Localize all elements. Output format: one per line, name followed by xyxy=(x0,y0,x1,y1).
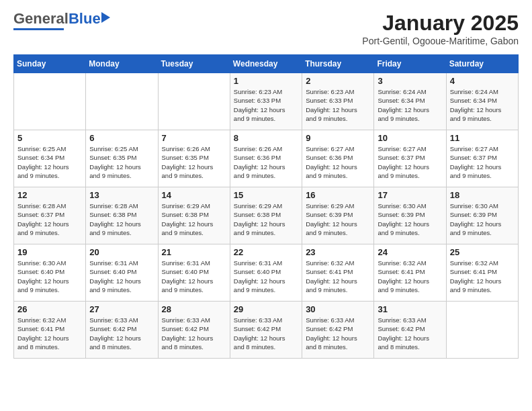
day-number: 15 xyxy=(234,190,298,200)
calendar-table: SundayMondayTuesdayWednesdayThursdayFrid… xyxy=(13,54,519,359)
day-cell: 19Sunrise: 6:30 AMSunset: 6:40 PMDayligh… xyxy=(14,244,86,302)
day-info: Sunrise: 6:25 AMSunset: 6:34 PMDaylight:… xyxy=(17,144,82,180)
day-cell: 30Sunrise: 6:33 AMSunset: 6:42 PMDayligh… xyxy=(302,302,374,359)
day-info: Sunrise: 6:31 AMSunset: 6:40 PMDaylight:… xyxy=(89,259,154,294)
day-cell: 18Sunrise: 6:30 AMSunset: 6:39 PMDayligh… xyxy=(446,187,518,244)
days-header-row: SundayMondayTuesdayWednesdayThursdayFrid… xyxy=(14,55,519,73)
day-info: Sunrise: 6:32 AMSunset: 6:41 PMDaylight:… xyxy=(306,259,370,294)
day-info: Sunrise: 6:26 AMSunset: 6:35 PMDaylight:… xyxy=(162,144,226,180)
day-cell: 14Sunrise: 6:29 AMSunset: 6:38 PMDayligh… xyxy=(158,187,230,244)
day-info: Sunrise: 6:32 AMSunset: 6:41 PMDaylight:… xyxy=(450,259,515,294)
day-number: 18 xyxy=(450,190,515,200)
day-info: Sunrise: 6:27 AMSunset: 6:37 PMDaylight:… xyxy=(378,144,442,180)
day-cell: 21Sunrise: 6:31 AMSunset: 6:40 PMDayligh… xyxy=(158,244,230,302)
week-row-5: 26Sunrise: 6:32 AMSunset: 6:41 PMDayligh… xyxy=(14,302,519,359)
week-row-3: 12Sunrise: 6:28 AMSunset: 6:37 PMDayligh… xyxy=(14,187,519,244)
day-number: 6 xyxy=(89,133,154,143)
day-cell: 3Sunrise: 6:24 AMSunset: 6:34 PMDaylight… xyxy=(374,73,446,130)
day-header-tuesday: Tuesday xyxy=(158,55,230,73)
day-number: 5 xyxy=(17,133,82,143)
day-cell: 15Sunrise: 6:29 AMSunset: 6:38 PMDayligh… xyxy=(230,187,302,244)
day-info: Sunrise: 6:33 AMSunset: 6:42 PMDaylight:… xyxy=(378,316,442,351)
day-info: Sunrise: 6:30 AMSunset: 6:39 PMDaylight:… xyxy=(450,201,515,237)
day-info: Sunrise: 6:30 AMSunset: 6:39 PMDaylight:… xyxy=(378,201,442,237)
day-info: Sunrise: 6:33 AMSunset: 6:42 PMDaylight:… xyxy=(306,316,370,351)
day-number: 24 xyxy=(378,247,442,257)
day-info: Sunrise: 6:26 AMSunset: 6:36 PMDaylight:… xyxy=(234,144,298,180)
week-row-2: 5Sunrise: 6:25 AMSunset: 6:34 PMDaylight… xyxy=(14,130,519,187)
day-number: 25 xyxy=(450,247,515,257)
day-cell xyxy=(158,73,230,130)
day-info: Sunrise: 6:23 AMSunset: 6:33 PMDaylight:… xyxy=(234,87,298,123)
day-info: Sunrise: 6:29 AMSunset: 6:38 PMDaylight:… xyxy=(162,201,226,237)
day-cell xyxy=(14,73,86,130)
day-info: Sunrise: 6:33 AMSunset: 6:42 PMDaylight:… xyxy=(234,316,298,351)
day-number: 29 xyxy=(234,304,298,314)
day-number: 11 xyxy=(450,133,515,143)
day-number: 21 xyxy=(162,247,226,257)
day-cell xyxy=(446,302,518,359)
day-cell: 25Sunrise: 6:32 AMSunset: 6:41 PMDayligh… xyxy=(446,244,518,302)
day-info: Sunrise: 6:27 AMSunset: 6:37 PMDaylight:… xyxy=(450,144,515,180)
day-cell: 24Sunrise: 6:32 AMSunset: 6:41 PMDayligh… xyxy=(374,244,446,302)
day-number: 16 xyxy=(306,190,370,200)
day-number: 19 xyxy=(17,247,82,257)
day-info: Sunrise: 6:24 AMSunset: 6:34 PMDaylight:… xyxy=(450,87,515,123)
day-cell: 6Sunrise: 6:25 AMSunset: 6:35 PMDaylight… xyxy=(86,130,158,187)
day-cell: 4Sunrise: 6:24 AMSunset: 6:34 PMDaylight… xyxy=(446,73,518,130)
day-info: Sunrise: 6:27 AMSunset: 6:36 PMDaylight:… xyxy=(306,144,370,180)
day-number: 9 xyxy=(306,133,370,143)
day-number: 10 xyxy=(378,133,442,143)
day-cell: 27Sunrise: 6:33 AMSunset: 6:42 PMDayligh… xyxy=(86,302,158,359)
day-info: Sunrise: 6:25 AMSunset: 6:35 PMDaylight:… xyxy=(89,144,154,180)
day-number: 14 xyxy=(162,190,226,200)
day-cell: 16Sunrise: 6:29 AMSunset: 6:39 PMDayligh… xyxy=(302,187,374,244)
day-number: 7 xyxy=(162,133,226,143)
day-info: Sunrise: 6:24 AMSunset: 6:34 PMDaylight:… xyxy=(378,87,442,123)
day-cell xyxy=(86,73,158,130)
day-header-thursday: Thursday xyxy=(302,55,374,73)
calendar-title: January 2025 xyxy=(362,11,519,36)
logo-general: General xyxy=(13,10,69,27)
day-number: 22 xyxy=(234,247,298,257)
day-header-friday: Friday xyxy=(374,55,446,73)
logo-blue: Blue xyxy=(69,10,101,27)
logo-underline xyxy=(13,28,64,30)
header: GeneralBlue January 2025 Port-Gentil, Og… xyxy=(13,11,519,46)
day-info: Sunrise: 6:33 AMSunset: 6:42 PMDaylight:… xyxy=(162,316,226,351)
day-cell: 22Sunrise: 6:31 AMSunset: 6:40 PMDayligh… xyxy=(230,244,302,302)
day-cell: 13Sunrise: 6:28 AMSunset: 6:38 PMDayligh… xyxy=(86,187,158,244)
day-cell: 11Sunrise: 6:27 AMSunset: 6:37 PMDayligh… xyxy=(446,130,518,187)
day-cell: 1Sunrise: 6:23 AMSunset: 6:33 PMDaylight… xyxy=(230,73,302,130)
day-info: Sunrise: 6:28 AMSunset: 6:37 PMDaylight:… xyxy=(17,201,82,237)
day-info: Sunrise: 6:33 AMSunset: 6:42 PMDaylight:… xyxy=(89,316,154,351)
day-cell: 7Sunrise: 6:26 AMSunset: 6:35 PMDaylight… xyxy=(158,130,230,187)
day-number: 28 xyxy=(162,304,226,314)
logo: GeneralBlue xyxy=(13,11,101,30)
logo-text: GeneralBlue xyxy=(13,10,101,27)
week-row-1: 1Sunrise: 6:23 AMSunset: 6:33 PMDaylight… xyxy=(14,73,519,130)
day-number: 30 xyxy=(306,304,370,314)
day-number: 3 xyxy=(378,76,442,86)
day-cell: 17Sunrise: 6:30 AMSunset: 6:39 PMDayligh… xyxy=(374,187,446,244)
day-info: Sunrise: 6:32 AMSunset: 6:41 PMDaylight:… xyxy=(378,259,442,294)
day-cell: 31Sunrise: 6:33 AMSunset: 6:42 PMDayligh… xyxy=(374,302,446,359)
title-area: January 2025 Port-Gentil, Ogooue-Maritim… xyxy=(362,11,519,46)
day-cell: 2Sunrise: 6:23 AMSunset: 6:33 PMDaylight… xyxy=(302,73,374,130)
day-number: 20 xyxy=(89,247,154,257)
day-info: Sunrise: 6:29 AMSunset: 6:38 PMDaylight:… xyxy=(234,201,298,237)
day-header-monday: Monday xyxy=(86,55,158,73)
day-number: 8 xyxy=(234,133,298,143)
day-number: 4 xyxy=(450,76,515,86)
day-cell: 12Sunrise: 6:28 AMSunset: 6:37 PMDayligh… xyxy=(14,187,86,244)
day-number: 23 xyxy=(306,247,370,257)
calendar-subtitle: Port-Gentil, Ogooue-Maritime, Gabon xyxy=(362,36,519,46)
day-info: Sunrise: 6:28 AMSunset: 6:38 PMDaylight:… xyxy=(89,201,154,237)
day-number: 13 xyxy=(89,190,154,200)
day-cell: 20Sunrise: 6:31 AMSunset: 6:40 PMDayligh… xyxy=(86,244,158,302)
day-cell: 23Sunrise: 6:32 AMSunset: 6:41 PMDayligh… xyxy=(302,244,374,302)
day-cell: 26Sunrise: 6:32 AMSunset: 6:41 PMDayligh… xyxy=(14,302,86,359)
day-info: Sunrise: 6:31 AMSunset: 6:40 PMDaylight:… xyxy=(162,259,226,294)
day-cell: 8Sunrise: 6:26 AMSunset: 6:36 PMDaylight… xyxy=(230,130,302,187)
day-number: 1 xyxy=(234,76,298,86)
